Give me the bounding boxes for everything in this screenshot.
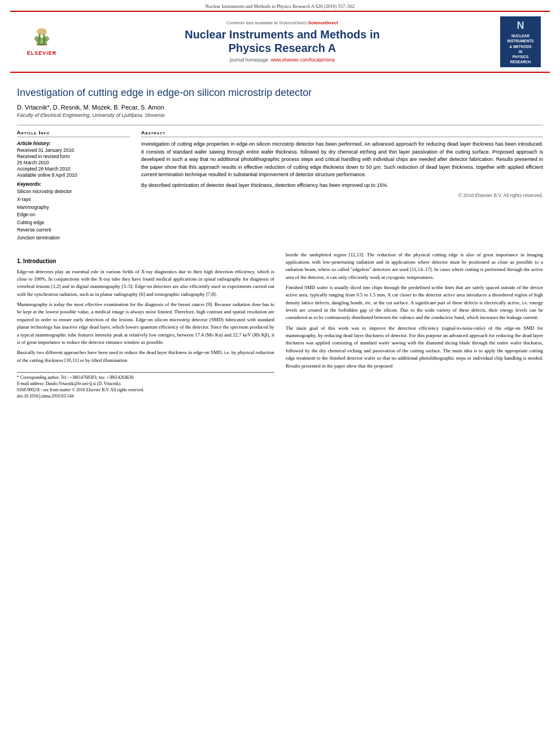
elsevier-logo-image: ELSEVIER <box>19 28 64 56</box>
journal-name: Nuclear Instruments and Methods in Physi… <box>70 28 495 55</box>
journal-title-block: Contents lists available at ScienceDirec… <box>70 20 495 63</box>
keyword-3: Mammography <box>17 204 130 212</box>
footnote-area: * Corresponding author. Tel.: +386147683… <box>17 372 274 400</box>
abstract-copyright: © 2010 Elsevier B.V. All rights reserved… <box>141 193 543 198</box>
journal-homepage: journal homepage: www.elsevier.com/locat… <box>70 57 495 63</box>
article-info-title: Article Info <box>17 130 130 137</box>
available-online-date: Available online 8 April 2010 <box>17 172 130 178</box>
abstract-section: Abstract Investigation of cutting edge p… <box>141 130 543 242</box>
accepted-date: Accepted 26 March 2010 <box>17 166 130 172</box>
page-wrapper: Nuclear Instruments and Methods in Physi… <box>0 0 560 747</box>
article-title: Investigation of cutting edge in edge-on… <box>17 86 543 99</box>
journal-citation: Nuclear Instruments and Methods in Physi… <box>205 3 355 9</box>
body-col2-para3: The main goal of this work was to improv… <box>286 325 543 370</box>
elsevier-tree-icon <box>30 28 53 50</box>
keyword-7: Junction termination <box>17 234 130 242</box>
sciencedirect-link[interactable]: ScienceDirect <box>308 20 338 25</box>
abstract-title: Abstract <box>141 130 543 137</box>
body-col1-para3: Basically two different approaches have … <box>17 349 274 364</box>
section1-heading: 1. Introduction <box>17 257 274 265</box>
body-col2-para2: Finished SMD wafer is usually diced into… <box>286 284 543 322</box>
article-authors: D. Vrtacnik*, D. Resnik, M. Mozek, B. Pe… <box>17 104 543 111</box>
keywords-list: Silicon microstrip detector X-rays Mammo… <box>17 188 130 242</box>
body-col1-para2: Mammography is today the most effective … <box>17 301 274 346</box>
homepage-url[interactable]: www.elsevier.com/locate/nima <box>271 57 335 63</box>
elsevier-label: ELSEVIER <box>27 50 57 56</box>
article-history-label: Article history: <box>17 141 130 146</box>
keywords-label: Keywords: <box>17 181 130 187</box>
svg-point-1 <box>37 28 47 35</box>
abstract-text-1: Investigation of cutting edge properties… <box>141 141 543 189</box>
keyword-4: Edge-on <box>17 211 130 219</box>
article-info: Article Info Article history: Received 3… <box>17 130 130 242</box>
received-revised-label: Received in revised form <box>17 154 130 159</box>
footnote-2: E-mail address: Danilo.Vrtacnik@fe.uni-l… <box>17 381 274 387</box>
svg-point-7 <box>36 38 47 46</box>
footnote-1: * Corresponding author. Tel.: +386147683… <box>17 375 274 381</box>
received-revised-date: 25 March 2010 <box>17 160 130 165</box>
keyword-5: Cutting edge <box>17 219 130 227</box>
body-col-left: 1. Introduction Edge-on detectors play a… <box>17 251 274 400</box>
body-col1-para1: Edge-on detectors play an essential role… <box>17 268 274 298</box>
body-columns: 1. Introduction Edge-on detectors play a… <box>17 251 543 400</box>
info-abstract-section: Article Info Article history: Received 3… <box>17 125 543 242</box>
contents-available-line: Contents lists available at ScienceDirec… <box>70 20 495 25</box>
keyword-6: Reverse current <box>17 226 130 234</box>
received-date-1: Received 31 January 2010 <box>17 147 130 153</box>
journal-logo-text: NUCLEAR INSTRUMENTS & METHODS IN PHYSICS… <box>503 33 538 64</box>
article-content: Investigation of cutting edge in edge-on… <box>0 73 560 405</box>
article-affiliation: Faculty of Electrical Engineering, Unive… <box>17 112 543 118</box>
top-bar: Nuclear Instruments and Methods in Physi… <box>0 0 560 11</box>
journal-header: ELSEVIER Contents lists available at Sci… <box>10 11 550 73</box>
footnote-4: doi:10.1016/j.nima.2010.03.144 <box>17 394 274 400</box>
journal-logo-right: N NUCLEAR INSTRUMENTS & METHODS IN PHYSI… <box>500 16 541 67</box>
body-col-right: beside the undepleted region [12,13]. Th… <box>286 251 543 400</box>
keyword-2: X-rays <box>17 196 130 204</box>
footnote-3: 0168-9002/$ - see front matter © 2010 El… <box>17 387 274 394</box>
keyword-1: Silicon microstrip detector <box>17 188 130 196</box>
elsevier-logo: ELSEVIER <box>19 28 64 56</box>
body-col2-para1: beside the undepleted region [12,13]. Th… <box>286 251 543 281</box>
